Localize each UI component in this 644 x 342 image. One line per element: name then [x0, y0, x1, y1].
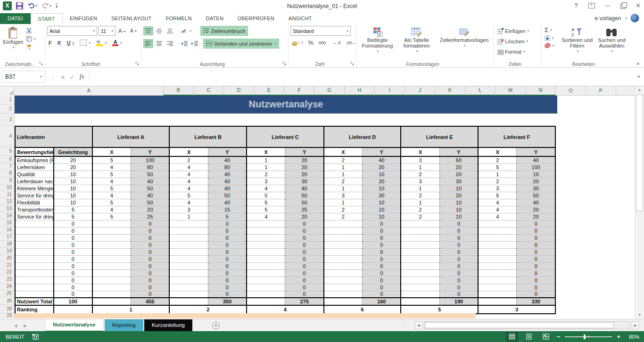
- y-cell[interactable]: 80: [131, 163, 170, 171]
- y-cell[interactable]: 10: [439, 199, 478, 206]
- total-value-cell[interactable]: 160: [363, 298, 401, 305]
- x-cell[interactable]: [169, 220, 208, 227]
- y-cell[interactable]: 25: [131, 213, 170, 220]
- ribbon-tab-ansicht[interactable]: ANSICHT: [281, 13, 319, 24]
- y-cell[interactable]: 0: [517, 220, 555, 227]
- x-cell[interactable]: [401, 248, 439, 255]
- x-cell[interactable]: [169, 234, 208, 241]
- ribbon-tab-start[interactable]: START: [31, 13, 63, 24]
- insert-cells-button[interactable]: Einfügen▾: [496, 26, 539, 36]
- y-cell[interactable]: 0: [131, 284, 170, 291]
- y-cell[interactable]: 80: [208, 163, 247, 171]
- row-header-1[interactable]: 1: [0, 96, 14, 105]
- y-cell[interactable]: 0: [363, 277, 401, 284]
- x-cell[interactable]: 3: [324, 192, 363, 199]
- y-cell[interactable]: 0: [285, 220, 324, 227]
- y-cell[interactable]: 0: [131, 255, 170, 262]
- criteria-cell-empty[interactable]: [15, 248, 54, 255]
- x-cell[interactable]: 5: [92, 185, 131, 192]
- next-sheet-icon[interactable]: ▶: [24, 324, 26, 328]
- y-cell[interactable]: 0: [517, 241, 555, 248]
- x-cell[interactable]: [478, 241, 517, 248]
- y-cell[interactable]: 40: [208, 199, 247, 206]
- wrap-text-button[interactable]: Zeilenumbruch: [200, 26, 248, 36]
- find-select-button[interactable]: Suchen und Auswählen▾: [594, 26, 629, 54]
- criteria-cell[interactable]: Lieferrisiken: [15, 163, 54, 171]
- x-cell[interactable]: [247, 291, 285, 298]
- x-cell[interactable]: [324, 255, 363, 262]
- y-cell[interactable]: 0: [208, 255, 247, 262]
- x-cell[interactable]: [401, 220, 439, 227]
- ribbon-tab-formeln[interactable]: FORMELN: [158, 13, 198, 24]
- y-cell[interactable]: 0: [517, 255, 555, 262]
- font-size-select[interactable]: 11▾: [99, 26, 116, 36]
- x-cell[interactable]: 5: [92, 156, 131, 163]
- row-header-28[interactable]: 28: [0, 305, 14, 313]
- y-cell[interactable]: 0: [517, 291, 555, 298]
- ribbon-tab-daten[interactable]: DATEN: [199, 13, 231, 24]
- account-dropdown-icon[interactable]: ▾: [625, 16, 627, 20]
- weight-cell[interactable]: 0: [54, 234, 92, 241]
- x-cell[interactable]: [247, 277, 285, 284]
- y-cell[interactable]: 20: [439, 171, 478, 178]
- x-cell[interactable]: [401, 234, 439, 241]
- y-cell[interactable]: 10: [363, 206, 401, 213]
- total-x-cell[interactable]: [169, 298, 208, 305]
- x-cell[interactable]: 5: [478, 163, 517, 171]
- x-cell[interactable]: [478, 291, 517, 298]
- weight-cell[interactable]: 10: [54, 178, 92, 185]
- x-cell[interactable]: [247, 234, 285, 241]
- y-cell[interactable]: 20: [285, 163, 324, 171]
- x-cell[interactable]: 5: [247, 192, 285, 199]
- prev-sheet-icon[interactable]: ◀: [14, 324, 17, 328]
- x-cell[interactable]: [324, 277, 363, 284]
- supplier-header-d[interactable]: Lieferant D: [324, 126, 401, 147]
- x-cell[interactable]: [324, 262, 363, 269]
- x-cell[interactable]: [247, 262, 285, 269]
- criteria-cell-empty[interactable]: [15, 234, 54, 241]
- y-cell[interactable]: 0: [208, 220, 247, 227]
- x-header-4[interactable]: X: [401, 147, 439, 156]
- y-cell[interactable]: 20: [363, 178, 401, 185]
- y-cell[interactable]: 0: [517, 284, 555, 291]
- orientation-button[interactable]: ab▾: [180, 28, 193, 34]
- y-cell[interactable]: 20: [439, 192, 478, 199]
- y-cell[interactable]: 20: [285, 213, 324, 220]
- x-cell[interactable]: 1: [324, 199, 363, 206]
- dialog-launcher-icon[interactable]: [135, 62, 140, 66]
- zoom-slider-thumb[interactable]: [584, 334, 586, 339]
- x-cell[interactable]: 2: [478, 178, 517, 185]
- y-cell[interactable]: 0: [363, 291, 401, 298]
- x-cell[interactable]: [247, 227, 285, 234]
- x-cell[interactable]: 4: [247, 213, 285, 220]
- x-cell[interactable]: 2: [401, 192, 439, 199]
- x-cell[interactable]: [92, 277, 131, 284]
- number-format-select[interactable]: Standard▾: [290, 26, 351, 36]
- row-header-29[interactable]: 29: [0, 313, 14, 318]
- row-header-10[interactable]: 10: [0, 184, 14, 191]
- y-cell[interactable]: 50: [285, 192, 324, 199]
- y-header-2[interactable]: Y: [285, 147, 324, 156]
- zoom-slider[interactable]: [565, 336, 612, 337]
- column-header-J[interactable]: J: [405, 86, 435, 96]
- y-cell[interactable]: 0: [285, 227, 324, 234]
- x-cell[interactable]: 5: [169, 192, 208, 199]
- y-cell[interactable]: 20: [517, 213, 555, 220]
- y-header-5[interactable]: Y: [517, 147, 555, 156]
- x-cell[interactable]: [169, 262, 208, 269]
- y-cell[interactable]: 0: [363, 284, 401, 291]
- x-cell[interactable]: [324, 291, 363, 298]
- row-header-11[interactable]: 11: [0, 191, 14, 198]
- row-header-4[interactable]: 4: [0, 126, 14, 147]
- ribbon-tab-seitenlayout[interactable]: SEITENLAYOUT: [104, 13, 158, 24]
- x-cell[interactable]: [478, 234, 517, 241]
- row-header-22[interactable]: 22: [0, 269, 14, 276]
- x-cell[interactable]: 1: [324, 171, 363, 178]
- criteria-cell-empty[interactable]: [15, 220, 54, 227]
- accounting-format-button[interactable]: ▾: [290, 40, 305, 46]
- y-cell[interactable]: 0: [363, 255, 401, 262]
- x-cell[interactable]: 5: [247, 206, 285, 213]
- dialog-launcher-icon[interactable]: [282, 62, 287, 66]
- criteria-cell-empty[interactable]: [15, 262, 54, 269]
- x-cell[interactable]: [92, 291, 131, 298]
